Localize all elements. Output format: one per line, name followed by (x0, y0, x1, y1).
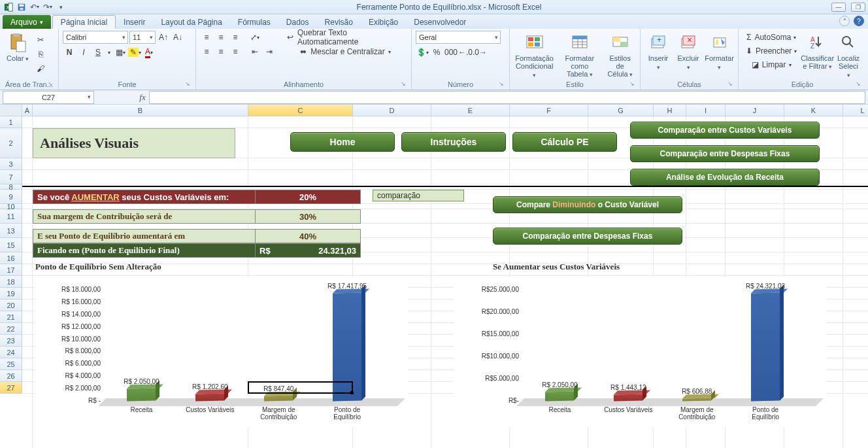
row-header-19[interactable]: 19 (0, 288, 22, 300)
row-header-13[interactable]: 13 (0, 224, 22, 238)
row-header-10[interactable]: 10 (0, 204, 22, 209)
orientation-icon[interactable]: ⤢▾ (248, 31, 261, 44)
nav-calc-pe-button[interactable]: Cálculo PE (512, 132, 617, 152)
border-button[interactable]: ▦▾ (114, 46, 127, 59)
align-top-icon[interactable]: ≡ (200, 31, 213, 44)
row-header-26[interactable]: 26 (0, 370, 22, 382)
format-cells-button[interactable]: Formatar (705, 31, 734, 73)
redo-icon[interactable]: ↷▾ (42, 1, 54, 13)
align-middle-icon[interactable]: ≡ (214, 31, 227, 44)
format-painter-icon[interactable]: 🖌 (34, 62, 47, 75)
row-header-11[interactable]: 11 (0, 209, 22, 224)
comma-button[interactable]: 000 (444, 46, 458, 59)
select-all-button[interactable] (0, 105, 22, 116)
col-header-J[interactable]: J (726, 105, 784, 116)
undo-icon[interactable]: ↶▾ (29, 1, 41, 13)
col-header-F[interactable]: F (510, 105, 588, 116)
fill-color-button[interactable]: ✎▾ (128, 46, 141, 59)
col-header-B[interactable]: B (33, 105, 248, 116)
cut-icon[interactable]: ✂ (34, 33, 47, 46)
row-header-17[interactable]: 17 (0, 264, 22, 276)
row-header-23[interactable]: 23 (0, 335, 22, 347)
underline-dropdown[interactable]: ▾ (106, 46, 112, 59)
nav-instructions-button[interactable]: Instruções (401, 132, 506, 152)
tab-data[interactable]: Dados (278, 15, 317, 29)
tab-home[interactable]: Página Inicial (52, 15, 116, 29)
fill-button[interactable]: ⬇ Preencher▾ (743, 44, 800, 58)
font-color-button[interactable]: A▾ (142, 46, 156, 59)
currency-button[interactable]: 💲▾ (416, 46, 429, 59)
underline-button[interactable]: S (92, 46, 105, 59)
row-headers[interactable]: 12378910111315161718192021222324252627 (0, 116, 22, 394)
fx-icon[interactable]: fx (136, 92, 149, 103)
minimize-ribbon-icon[interactable]: ˄ (839, 16, 850, 26)
nav-home-button[interactable]: Home (290, 132, 395, 152)
cells-area[interactable]: Análises Visuais Home Instruções Cálculo… (22, 116, 868, 448)
col-header-G[interactable]: G (588, 105, 654, 116)
chart-right[interactable]: R$-R$5.000,00R$10.000,00R$15.000,00R$20.… (454, 277, 826, 427)
help-icon[interactable]: ? (854, 16, 864, 26)
wrap-text-button[interactable]: ↩ Quebrar Texto Automaticamente (284, 31, 407, 44)
row-header-3[interactable]: 3 (0, 158, 22, 170)
increase-font-icon[interactable]: A↑ (157, 31, 170, 44)
row-header-2[interactable]: 2 (0, 128, 22, 158)
bold-button[interactable]: N (63, 46, 76, 59)
col-header-E[interactable]: E (431, 105, 510, 116)
autosum-button[interactable]: Σ AutoSoma▾ (743, 31, 800, 44)
format-as-table-button[interactable]: Formatar como Tabela (558, 31, 601, 80)
chart-left[interactable]: R$ -R$ 2.000,00R$ 4.000,00R$ 6.000,00R$ … (35, 277, 408, 427)
col-header-C[interactable]: C (248, 105, 353, 116)
row-header-1[interactable]: 1 (0, 116, 22, 128)
worksheet[interactable]: ABCDEFGHIJKL 123789101113151617181920212… (0, 105, 868, 448)
row-header-21[interactable]: 21 (0, 311, 22, 323)
nav-compare-cv-button[interactable]: Comparação entre Custos Variáveis (630, 122, 820, 139)
increase-indent-icon[interactable]: ⇥ (263, 45, 276, 58)
decrease-font-icon[interactable]: A↓ (171, 31, 184, 44)
number-format-select[interactable]: Geral (416, 31, 501, 44)
decrease-indent-icon[interactable]: ⇤ (248, 45, 261, 58)
row-header-24[interactable]: 24 (0, 347, 22, 358)
col-header-D[interactable]: D (353, 105, 431, 116)
insert-cells-button[interactable]: + Inserir (644, 31, 672, 73)
row-header-22[interactable]: 22 (0, 323, 22, 335)
align-left-icon[interactable]: ≡ (200, 45, 213, 58)
row-header-8[interactable]: 8 (0, 184, 22, 190)
col-header-A[interactable]: A (22, 105, 33, 116)
copy-icon[interactable]: ⎘ (34, 48, 47, 61)
align-right-icon[interactable]: ≡ (229, 45, 242, 58)
decrease-decimal-icon[interactable]: .0→ (473, 46, 486, 59)
merge-center-button[interactable]: ⬌ Mesclar e Centralizar ▾ (284, 45, 407, 58)
nav-compare-df-button[interactable]: Comparação entre Despesas Fixas (630, 145, 820, 162)
row-header-25[interactable]: 25 (0, 358, 22, 370)
font-size-select[interactable]: 11 (129, 31, 156, 44)
delete-cells-button[interactable]: × Excluir (675, 31, 702, 73)
tab-view[interactable]: Exibição (361, 15, 406, 29)
tab-page-layout[interactable]: Layout da Página (153, 15, 229, 29)
compare-df2-button[interactable]: Comparação entre Despesas Fixas (493, 228, 682, 245)
conditional-formatting-button[interactable]: Formatação Condicional (514, 31, 555, 80)
align-center-icon[interactable]: ≡ (214, 45, 227, 58)
cell-styles-button[interactable]: Estilos de Célula (604, 31, 636, 80)
qat-customize-icon[interactable]: ▾ (55, 1, 67, 13)
row-header-15[interactable]: 15 (0, 238, 22, 252)
italic-button[interactable]: I (77, 46, 90, 59)
row-header-20[interactable]: 20 (0, 300, 22, 311)
col-header-H[interactable]: H (654, 105, 686, 116)
tab-insert[interactable]: Inserir (116, 15, 153, 29)
font-family-select[interactable]: Calibri (63, 31, 128, 44)
sort-filter-button[interactable]: AZ Classificar e Filtrar (803, 31, 832, 72)
name-box[interactable]: C27 (3, 91, 94, 104)
paste-button[interactable]: Colar (4, 31, 31, 64)
tab-developer[interactable]: Desenvolvedor (406, 15, 474, 29)
restore-button[interactable]: ❐ (851, 3, 865, 12)
increase-decimal-icon[interactable]: ←.0 (459, 46, 472, 59)
column-headers[interactable]: ABCDEFGHIJKL (22, 105, 868, 116)
tab-formulas[interactable]: Fórmulas (230, 15, 278, 29)
percent-button[interactable]: % (430, 46, 443, 59)
tab-review[interactable]: Revisão (317, 15, 361, 29)
nav-evolution-button[interactable]: Análise de Evolução da Receita (630, 169, 820, 186)
row-header-18[interactable]: 18 (0, 276, 22, 288)
col-header-I[interactable]: I (686, 105, 726, 116)
find-select-button[interactable]: Localiz Seleci (835, 31, 862, 80)
row-header-16[interactable]: 16 (0, 252, 22, 264)
